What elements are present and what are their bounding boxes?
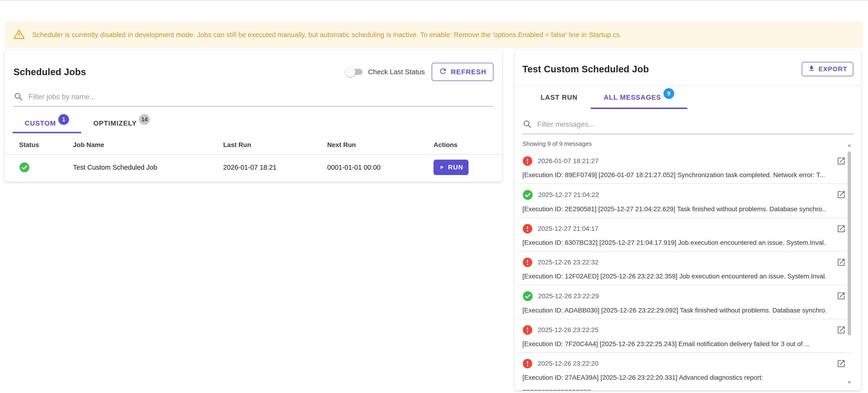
message-timestamp: 2025-12-26 23:22:29 <box>538 292 599 300</box>
check-last-status-toggle[interactable] <box>345 66 363 77</box>
jobs-panel-title: Scheduled Jobs <box>13 67 86 77</box>
job-name-cell: Test Custom Scheduled Job <box>73 164 223 171</box>
message-text: [Execution ID: 7F20C4A4] [2025-12-26 23:… <box>522 339 826 349</box>
success-status-icon <box>522 291 533 302</box>
message-text: [Execution ID: 89EF0749] [2026-01-07 18:… <box>522 170 826 180</box>
error-status-icon <box>522 224 533 234</box>
messages-count-summary: Showing 9 of 9 messages <box>522 140 853 147</box>
tab-label: OPTIMIZELY <box>93 119 137 127</box>
scrollbar-down-arrow[interactable] <box>847 381 851 384</box>
refresh-button-label: REFRESH <box>451 68 487 76</box>
tab-label: CUSTOM <box>25 119 56 127</box>
actions-cell: RUN <box>434 160 502 175</box>
toggle-thumb <box>345 67 355 77</box>
message-item: 2026-01-07 18:21:27[Execution ID: 89EF07… <box>515 150 861 184</box>
last-run-cell: 2026-01-07 18:21 <box>223 164 327 171</box>
tab-count-badge: 1 <box>58 114 69 125</box>
search-icon <box>522 119 532 130</box>
message-item: 2025-12-26 23:22:32[Execution ID: 12F02A… <box>515 252 861 285</box>
message-item: 2025-12-26 23:22:25[Execution ID: 7F20C4… <box>515 319 861 353</box>
messages-filter-row <box>522 119 853 134</box>
message-timestamp: 2025-12-26 23:22:25 <box>538 326 598 334</box>
message-header: 2025-12-26 23:22:25 <box>522 325 826 335</box>
open-in-new-icon[interactable] <box>837 157 847 167</box>
refresh-button[interactable]: REFRESH <box>432 63 493 81</box>
search-icon <box>13 92 23 102</box>
open-in-new-icon[interactable] <box>837 190 847 200</box>
tab-optimizely[interactable]: OPTIMIZELY14 <box>81 113 162 133</box>
message-text: [Execution ID: ADABB030] [2025-12-26 23:… <box>522 306 826 315</box>
message-item: 2025-12-26 23:22:29[Execution ID: ADABB0… <box>515 285 861 319</box>
message-header: 2026-01-07 18:21:27 <box>522 156 826 166</box>
tab-all-messages[interactable]: ALL MESSAGES9 <box>591 86 687 109</box>
tab-label: LAST RUN <box>540 93 578 101</box>
scrollbar-up-arrow[interactable] <box>847 144 851 146</box>
tab-last-run[interactable]: LAST RUN <box>528 86 591 109</box>
open-in-new-icon[interactable] <box>837 359 847 369</box>
warning-icon <box>13 28 25 41</box>
message-item: 2025-12-27 21:04:22[Execution ID: 2E2905… <box>515 184 861 218</box>
tab-count-badge: 14 <box>139 114 150 125</box>
export-button[interactable]: EXPORT <box>802 62 853 76</box>
open-in-new-icon[interactable] <box>837 291 847 302</box>
tab-custom[interactable]: CUSTOM1 <box>12 113 81 133</box>
job-row[interactable]: Test Custom Scheduled Job2026-01-07 18:2… <box>5 155 502 180</box>
column-header-actions: Actions <box>434 141 502 149</box>
message-header: 2025-12-26 23:22:20 <box>522 359 826 369</box>
jobs-tabs: CUSTOM1OPTIMIZELY14 <box>5 113 502 133</box>
error-status-icon <box>522 325 533 335</box>
scheduled-jobs-panel: Scheduled Jobs Check Last Status REFRESH <box>5 50 502 182</box>
toggle-label: Check Last Status <box>368 68 425 76</box>
success-status-icon <box>19 162 73 173</box>
play-icon <box>439 164 445 170</box>
messages-filter-input[interactable] <box>537 120 853 129</box>
column-header-last-run: Last Run <box>223 141 327 149</box>
details-tabs: LAST RUNALL MESSAGES9 <box>515 86 861 109</box>
messages-scrollbar <box>847 144 851 384</box>
jobs-filter-row <box>13 92 493 107</box>
run-button[interactable]: RUN <box>434 160 468 175</box>
message-text: [Execution ID: 27AEA39A] [2025-12-26 23:… <box>522 373 826 382</box>
column-header-status: Status <box>19 141 73 149</box>
jobs-filter-input[interactable] <box>28 93 493 101</box>
export-button-label: EXPORT <box>818 65 847 73</box>
open-in-new-icon[interactable] <box>837 258 847 268</box>
jobs-table-header: StatusJob NameLast RunNext RunActions <box>5 141 502 149</box>
details-panel-title: Test Custom Scheduled Job <box>522 64 649 75</box>
message-text: [Execution ID: 2E290581] [2025-12-27 21:… <box>522 204 826 214</box>
tab-count-badge: 9 <box>663 88 674 99</box>
message-header: 2025-12-26 23:22:32 <box>522 257 826 268</box>
success-status-icon <box>522 190 533 200</box>
message-text: [Execution ID: 12F02AED] [2025-12-26 23:… <box>522 272 826 281</box>
error-status-icon <box>522 257 533 268</box>
message-header: 2025-12-27 21:04:22 <box>522 190 826 200</box>
job-details-panel: Test Custom Scheduled Job EXPORT LAST RU… <box>515 50 861 390</box>
column-header-next-run: Next Run <box>327 141 434 149</box>
scheduler-warning-banner: Scheduler is currently disabled in devel… <box>5 22 863 48</box>
message-timestamp: 2025-12-27 21:04:17 <box>538 225 598 232</box>
error-status-icon <box>522 156 533 166</box>
jobs-table-body: Test Custom Scheduled Job2026-01-07 18:2… <box>5 155 502 180</box>
warning-banner-text: Scheduler is currently disabled in devel… <box>32 31 622 39</box>
download-icon <box>808 65 815 74</box>
message-header: 2025-12-27 21:04:17 <box>522 224 826 234</box>
open-in-new-icon[interactable] <box>837 325 847 336</box>
scrollbar-thumb[interactable] <box>848 151 851 335</box>
run-button-label: RUN <box>448 164 464 171</box>
message-timestamp: 2026-01-07 18:21:27 <box>538 157 598 165</box>
open-in-new-icon[interactable] <box>837 224 847 234</box>
message-timestamp: 2025-12-27 21:04:22 <box>538 191 599 199</box>
refresh-icon <box>439 67 447 77</box>
next-run-cell: 0001-01-01 00:00 <box>327 164 434 171</box>
messages-list: 2026-01-07 18:21:27[Execution ID: 89EF07… <box>515 150 861 390</box>
error-status-icon <box>522 359 533 369</box>
message-timestamp: 2025-12-26 23:22:20 <box>538 360 598 367</box>
message-text-line2: ==================... <box>522 387 826 390</box>
message-item: 2025-12-27 21:04:17[Execution ID: 6307BC… <box>515 218 861 251</box>
main-content: Scheduled Jobs Check Last Status REFRESH <box>0 50 868 390</box>
message-item: 2025-12-26 23:22:20[Execution ID: 27AEA3… <box>515 353 861 390</box>
message-header: 2025-12-26 23:22:29 <box>522 291 826 302</box>
message-timestamp: 2025-12-26 23:22:32 <box>538 259 598 266</box>
message-text: [Execution ID: 6307BC32] [2025-12-27 21:… <box>522 238 826 247</box>
column-header-job-name: Job Name <box>73 141 223 149</box>
